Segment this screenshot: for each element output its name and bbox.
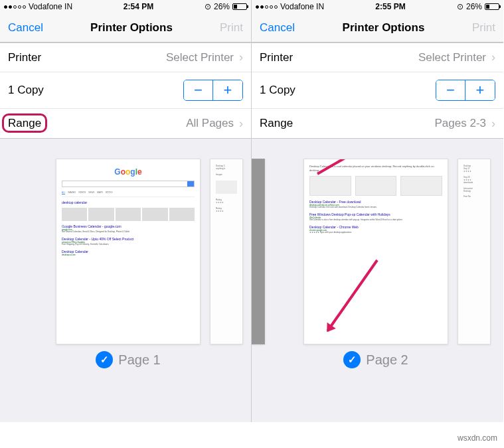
printer-row[interactable]: Printer Select Printer › — [0, 43, 251, 72]
signal-dots-icon — [4, 5, 26, 9]
copies-label: 1 Copy — [8, 84, 44, 97]
page-thumbnail-partial: DesktopSep 17★★★★Sep 20★★★★downloadsInte… — [458, 159, 491, 344]
copies-plus-button[interactable]: + — [465, 80, 495, 100]
page-number-label: Page 1 — [118, 352, 160, 368]
battery-percent: 26% — [214, 2, 230, 11]
printer-label: Printer — [8, 51, 41, 64]
screen-right: Vodafone IN 2:55 PM ⊙ 26% Cancel Printer… — [252, 0, 503, 422]
page-thumbnail-partial-dimmed — [252, 159, 265, 344]
range-label-highlight: Range — [2, 113, 47, 133]
page-preview-2[interactable]: Desktop Calendar is a cool calendar plac… — [303, 159, 448, 368]
carrier-label: Vodafone IN — [29, 2, 72, 11]
copies-row: 1 Copy − + — [0, 72, 251, 109]
printer-label: Printer — [260, 51, 293, 64]
range-value: All Pages — [186, 117, 234, 130]
print-button[interactable]: Print — [220, 21, 243, 35]
copies-stepper: − + — [436, 80, 495, 101]
page-preview-next[interactable]: Desktop Canything bImagesRating★★★★Ratin… — [210, 159, 243, 344]
nav-bar: Cancel Printer Options Print — [0, 13, 251, 42]
range-row[interactable]: Range All Pages › — [0, 109, 251, 138]
page-number-label: Page 2 — [366, 352, 408, 368]
printer-value: Select Printer — [418, 51, 486, 64]
page-preview-area[interactable]: Desktop Calendar is a cool calendar plac… — [252, 139, 503, 422]
status-bar: Vodafone IN 2:55 PM ⊙ 26% — [252, 0, 503, 13]
carrier-label: Vodafone IN — [280, 2, 324, 11]
printer-row[interactable]: Printer Select Printer › — [252, 43, 503, 72]
cancel-button[interactable]: Cancel — [260, 21, 295, 35]
alarm-icon: ⊙ — [457, 2, 463, 11]
copies-label: 1 Copy — [260, 84, 295, 97]
chevron-right-icon: › — [239, 50, 243, 64]
screen-left: Vodafone IN 2:54 PM ⊙ 26% Cancel Printer… — [0, 0, 252, 422]
print-options-list: Printer Select Printer › 1 Copy − + Rang… — [252, 42, 503, 139]
nav-bar: Cancel Printer Options Print — [252, 13, 503, 42]
page-thumbnail: Google ALLIMAGESVIDEOSNEWSMAPSBOOKS desk… — [56, 159, 201, 344]
copies-stepper: − + — [183, 80, 243, 101]
page-thumbnail: Desktop Calendar is a cool calendar plac… — [303, 159, 448, 344]
printer-value: Select Printer — [166, 51, 234, 64]
page-preview-area[interactable]: Google ALLIMAGESVIDEOSNEWSMAPSBOOKS desk… — [0, 139, 251, 422]
battery-percent: 26% — [466, 2, 482, 11]
nav-title: Printer Options — [343, 21, 425, 35]
page-thumbnail-partial: Desktop Canything bImagesRating★★★★Ratin… — [210, 159, 243, 344]
chevron-right-icon: › — [239, 117, 243, 131]
page-preview-1[interactable]: Google ALLIMAGESVIDEOSNEWSMAPSBOOKS desk… — [56, 159, 201, 368]
page-preview-prev[interactable] — [252, 159, 265, 344]
page-selected-check-icon[interactable]: ✓ — [343, 351, 361, 368]
range-value: Pages 2-3 — [435, 117, 487, 130]
cancel-button[interactable]: Cancel — [8, 21, 43, 35]
status-time: 2:55 PM — [324, 2, 457, 11]
range-row[interactable]: Range Pages 2-3 › — [252, 109, 503, 138]
print-button[interactable]: Print — [472, 21, 495, 35]
chevron-right-icon: › — [491, 50, 495, 64]
watermark: wsxdn.com — [458, 433, 497, 443]
page-preview-next[interactable]: DesktopSep 17★★★★Sep 20★★★★downloadsInte… — [458, 159, 491, 344]
copies-plus-button[interactable]: + — [213, 80, 242, 100]
status-time: 2:54 PM — [72, 2, 205, 11]
print-options-list: Printer Select Printer › 1 Copy − + Rang… — [0, 42, 251, 139]
range-label: Range — [260, 117, 293, 130]
status-bar: Vodafone IN 2:54 PM ⊙ 26% — [0, 0, 251, 13]
range-label: Range — [8, 117, 41, 129]
copies-row: 1 Copy − + — [252, 72, 503, 109]
chevron-right-icon: › — [491, 117, 495, 131]
copies-minus-button[interactable]: − — [184, 80, 213, 100]
copies-minus-button[interactable]: − — [436, 80, 465, 100]
signal-dots-icon — [256, 5, 278, 9]
battery-icon — [485, 3, 499, 10]
page-selected-check-icon[interactable]: ✓ — [96, 351, 113, 368]
nav-title: Printer Options — [90, 21, 173, 35]
battery-icon — [232, 3, 247, 10]
alarm-icon: ⊙ — [205, 2, 211, 11]
annotation-arrow-2 — [327, 260, 378, 332]
